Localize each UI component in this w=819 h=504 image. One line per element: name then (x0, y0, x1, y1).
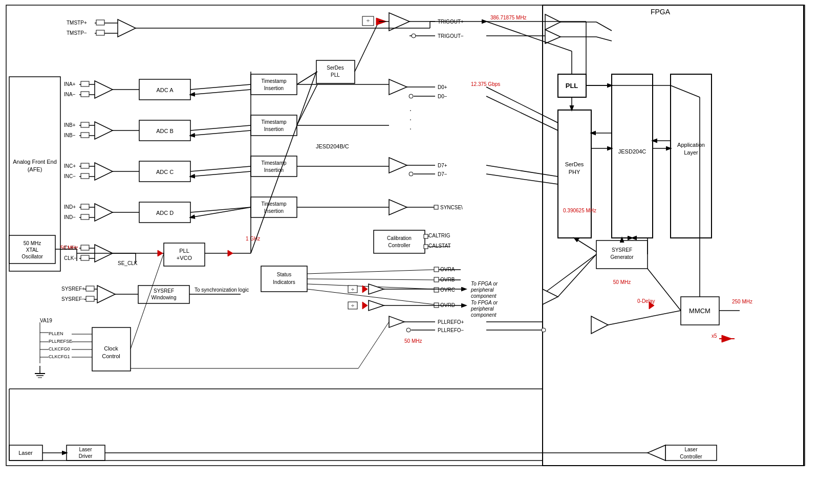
clk-minus-label: CLK− (64, 255, 77, 261)
freq-50mhz-pllrefo-label: 50 MHz (404, 338, 422, 344)
pllrefo-minus-label: PLLREFO− (438, 327, 464, 333)
laser-driver-label2: Driver (79, 453, 93, 459)
dots-label: · (410, 106, 412, 114)
calib-ctrl-label: Calibration (387, 235, 412, 241)
pll-vco-label2: +VCO (177, 255, 192, 261)
svg-rect-91 (434, 205, 438, 209)
svg-rect-7 (96, 30, 104, 35)
jesd204c-label: JESD204C (618, 148, 646, 155)
svg-point-142 (406, 328, 411, 332)
inb-plus-label: INB+ (64, 122, 76, 128)
to-fpga-1-label3: component (471, 293, 497, 299)
svg-rect-126 (434, 288, 439, 292)
serdes-pll-label: SerDes (327, 65, 343, 71)
inc-minus-label: INC− (64, 173, 76, 179)
svg-rect-23 (81, 173, 89, 179)
ts-b-label: Timestamp (261, 119, 287, 125)
svg-point-87 (409, 172, 413, 176)
div-ovrd: ÷ (351, 302, 354, 309)
svg-rect-11 (81, 81, 89, 86)
svg-rect-117 (374, 230, 425, 253)
svg-point-83 (409, 94, 413, 98)
va19-label: VA19 (40, 318, 52, 323)
sysref-plus-label: SYSREF+ (61, 286, 85, 292)
afe-label2: (AFE) (28, 166, 42, 172)
sysref-window-label2: Windowing (152, 295, 177, 300)
calib-ctrl-label2: Controller (388, 243, 411, 248)
laser-driver-label: Laser (79, 447, 92, 452)
xtal-osc-label2: XTAL (26, 247, 39, 253)
svg-rect-52 (251, 115, 297, 136)
freq-x5-label: x5 (712, 333, 717, 339)
freq-250mhz-label: 250 MHz (732, 299, 752, 304)
jesd204bc-label: JESD204B/C (316, 143, 349, 149)
svg-rect-28 (81, 214, 89, 220)
sysref-minus-label: SYSREF− (61, 296, 85, 302)
fpga-label: FPGA (651, 8, 671, 16)
svg-rect-119 (424, 234, 428, 238)
trigout-minus-label: TRIGOUT− (438, 33, 464, 39)
d0-plus-label: D0+ (438, 84, 447, 90)
afe-label: Analog Front End (13, 159, 57, 165)
svg-rect-50 (251, 74, 297, 95)
caltrig-label: CALTRIG (428, 233, 450, 238)
ts-b-label2: Insertion (264, 126, 284, 132)
tmstp-plus-label: TMSTP+ (67, 20, 87, 26)
clkcfg1-label: CLKCFG1 (49, 354, 70, 359)
to-fpga-1-label: To FPGA or (471, 281, 498, 287)
d0-minus-label: D0− (438, 94, 447, 99)
to-fpga-2-label3: component (471, 312, 497, 318)
freq-12375-label: 12.375 Gbps (471, 81, 500, 87)
tmstp-minus-label: TMSTP− (67, 30, 87, 36)
ind-minus-label: IND− (64, 214, 76, 220)
d7-plus-label: D7+ (438, 163, 447, 168)
svg-rect-151 (671, 74, 712, 238)
ts-a-label: Timestamp (261, 78, 287, 84)
freq-50mhz-sysref-label: 50 MHz (613, 279, 631, 285)
app-layer-label: Application (677, 142, 705, 148)
serdes-pll-label2: PLL (331, 72, 340, 78)
clkcfg0-label: CLKCFG0 (49, 346, 70, 352)
status-ind-label: Status (277, 272, 291, 277)
laser-ctrl-label2: Controller (680, 454, 702, 459)
xtal-osc-label: 50 MHz (24, 240, 41, 246)
sysref-gen-label2: Generator (610, 254, 634, 260)
svg-rect-16 (81, 122, 89, 127)
sysref-window-label: SYSREF (154, 288, 174, 294)
serdes-phy-label2: PHY (569, 169, 580, 175)
svg-rect-21 (81, 163, 89, 168)
svg-rect-124 (434, 277, 439, 282)
svg-point-169 (542, 328, 546, 332)
svg-point-72 (412, 34, 416, 38)
freq-1ghz-label: 1 GHz (246, 236, 260, 242)
svg-rect-26 (81, 204, 89, 209)
svg-rect-56 (251, 197, 297, 217)
svg-rect-54 (251, 156, 297, 177)
svg-rect-120 (424, 245, 428, 249)
to-fpga-2-label2: peripheral (470, 306, 494, 312)
pllrefo-plus-label: PLLREFO+ (438, 319, 464, 325)
freq-386-label: 386.71875 MHz (490, 15, 527, 20)
freq-390khz-label: 0.390625 MHz (563, 208, 596, 213)
ovrc-label: OVRC (440, 287, 455, 293)
ina-plus-label: INA+ (64, 81, 76, 87)
pllen-label: PLLEN (49, 331, 63, 336)
svg-rect-116 (261, 266, 307, 292)
clock-ctrl-label2: Control (102, 353, 120, 359)
freq-50mhz-label: 50 MHz (60, 245, 78, 251)
ind-plus-label: IND+ (64, 204, 76, 210)
svg-rect-150 (612, 74, 653, 238)
div-symbol: ÷ (367, 17, 370, 24)
svg-rect-122 (434, 267, 439, 272)
ts-d-label: Timestamp (261, 201, 287, 207)
pll-fpga-label: PLL (566, 82, 578, 90)
sysref-gen-label: SYSREF (612, 247, 632, 253)
freq-0delay-label: 0-Delay (637, 298, 655, 304)
to-fpga-1-label2: peripheral (470, 287, 494, 293)
svg-rect-5 (96, 20, 104, 25)
to-fpga-2-label: To FPGA or (471, 300, 498, 305)
adc-a-label: ADC A (156, 87, 174, 93)
se-clk-label: SE_CLK (118, 260, 138, 266)
inc-plus-label: INC+ (64, 163, 76, 169)
svg-rect-31 (81, 245, 89, 250)
